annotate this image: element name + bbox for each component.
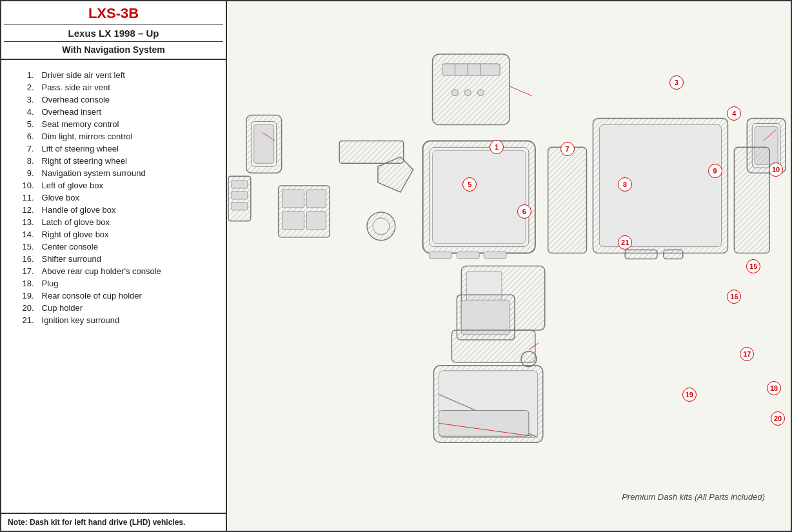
part-label-text: Overhead insert (39, 106, 215, 118)
part-number: 1. (12, 69, 39, 81)
part-number-circle: 19 (682, 388, 697, 402)
part-number: 4. (12, 106, 39, 118)
svg-rect-31 (433, 150, 526, 243)
part-number-circle: 18 (767, 381, 781, 395)
svg-rect-40 (734, 147, 769, 253)
list-item: 15.Center console (12, 241, 215, 253)
part-label-text: Seat memory control (39, 118, 215, 130)
part-label-text: Right of steering wheel (39, 155, 215, 167)
part-number: 21. (12, 314, 39, 326)
list-item: 3.Overhead console (12, 94, 215, 106)
part-number: 13. (12, 216, 39, 228)
svg-rect-24 (282, 212, 304, 230)
svg-rect-22 (282, 190, 304, 208)
svg-point-28 (373, 218, 390, 235)
part-number: 12. (12, 204, 39, 216)
svg-line-10 (510, 86, 532, 96)
part-number: 19. (12, 290, 39, 302)
part-label-text: Ignition key surround (39, 314, 215, 326)
part-label-text: Overhead console (39, 94, 215, 106)
model-subtitle: With Navigation System (4, 44, 223, 55)
list-item: 8.Right of steering wheel (12, 155, 215, 167)
svg-rect-35 (548, 147, 587, 253)
part-number-circle: 1 (490, 140, 504, 154)
part-number-circle: 5 (462, 177, 477, 192)
list-item: 11.Glove box (12, 192, 215, 204)
list-item: 5.Seat memory control (12, 118, 215, 130)
svg-point-7 (451, 90, 458, 96)
list-item: 9.Navigation system surround (12, 167, 215, 179)
bottom-note: Note: Dash kit for left hand drive (LHD)… (1, 513, 226, 531)
svg-rect-39 (664, 250, 683, 259)
part-number-circle: 3 (669, 75, 684, 90)
part-number-circle: 7 (560, 142, 575, 156)
part-number-circle: 21 (618, 235, 632, 250)
list-item: 20.Cup holder (12, 302, 215, 314)
svg-rect-19 (232, 192, 248, 199)
part-number: 20. (12, 302, 39, 314)
list-item: 6.Dim light, mirrors control (12, 130, 215, 143)
part-number: 5. (12, 118, 39, 130)
part-number: 10. (12, 179, 39, 192)
svg-point-9 (477, 90, 484, 96)
model-code: LXS-3B (4, 5, 223, 25)
part-number: 6. (12, 130, 39, 143)
right-panel: 123456789101112131415161718192021 Premiu… (227, 1, 791, 531)
part-label-text: Driver side air vent left (39, 69, 215, 81)
svg-rect-32 (430, 252, 452, 259)
list-item: 19.Rear console of cup holder (12, 290, 215, 302)
svg-point-46 (521, 351, 537, 367)
part-number: 18. (12, 277, 39, 290)
part-number: 3. (12, 94, 39, 106)
part-number-circle: 15 (746, 259, 760, 273)
parts-table: 1.Driver side air vent left2.Pass. side … (12, 69, 215, 326)
parts-list: 1.Driver side air vent left2.Pass. side … (1, 60, 226, 513)
list-item: 14.Right of glove box (12, 228, 215, 241)
list-item: 7.Lift of steering wheel (12, 143, 215, 155)
svg-rect-23 (306, 190, 326, 208)
part-label-text: Pass. side air vent (39, 81, 215, 94)
part-number: 8. (12, 155, 39, 167)
part-number-circle: 8 (618, 177, 632, 192)
svg-rect-38 (625, 250, 657, 259)
model-name: Lexus LX 1998 – Up (4, 28, 223, 42)
part-label-text: Lift of steering wheel (39, 143, 215, 155)
part-label-text: Center console (39, 241, 215, 253)
diagram-area: 123456789101112131415161718192021 (227, 1, 791, 531)
part-label-text: Navigation system surround (39, 167, 215, 179)
list-item: 13.Latch of glove box (12, 216, 215, 228)
svg-rect-51 (439, 410, 528, 436)
part-label-text: Plug (39, 277, 215, 290)
diagram-svg (227, 1, 791, 531)
part-label-text: Left of glove box (39, 179, 215, 192)
title-block: LXS-3B Lexus LX 1998 – Up With Navigatio… (1, 1, 226, 60)
svg-rect-34 (484, 252, 506, 259)
list-item: 21.Ignition key surround (12, 314, 215, 326)
part-label-text: Glove box (39, 192, 215, 204)
part-number: 2. (12, 81, 39, 94)
list-item: 17.Above rear cup holder's console (12, 265, 215, 277)
list-item: 18.Plug (12, 277, 215, 290)
list-item: 4.Overhead insert (12, 106, 215, 118)
list-item: 1.Driver side air vent left (12, 69, 215, 81)
list-item: 10.Left of glove box (12, 179, 215, 192)
part-number-circle: 16 (727, 290, 741, 304)
part-label-text: Above rear cup holder's console (39, 265, 215, 277)
part-number-circle: 17 (740, 347, 754, 361)
part-label-text: Shifter surround (39, 253, 215, 265)
list-item: 16.Shifter surround (12, 253, 215, 265)
part-label-text: Rear console of cup holder (39, 290, 215, 302)
part-number: 16. (12, 253, 39, 265)
main-container: LXS-3B Lexus LX 1998 – Up With Navigatio… (0, 0, 792, 532)
svg-rect-44 (461, 300, 510, 335)
svg-rect-25 (306, 212, 326, 230)
part-number: 14. (12, 228, 39, 241)
part-number-circle: 20 (771, 411, 785, 426)
list-item: 12.Handle of glove box (12, 204, 215, 216)
part-label-text: Latch of glove box (39, 216, 215, 228)
diagram-caption: Premium Dash kits (All Parts included) (622, 492, 765, 502)
svg-rect-18 (232, 181, 248, 188)
svg-rect-13 (254, 125, 274, 164)
part-label-text: Right of glove box (39, 228, 215, 241)
svg-rect-33 (457, 252, 479, 259)
